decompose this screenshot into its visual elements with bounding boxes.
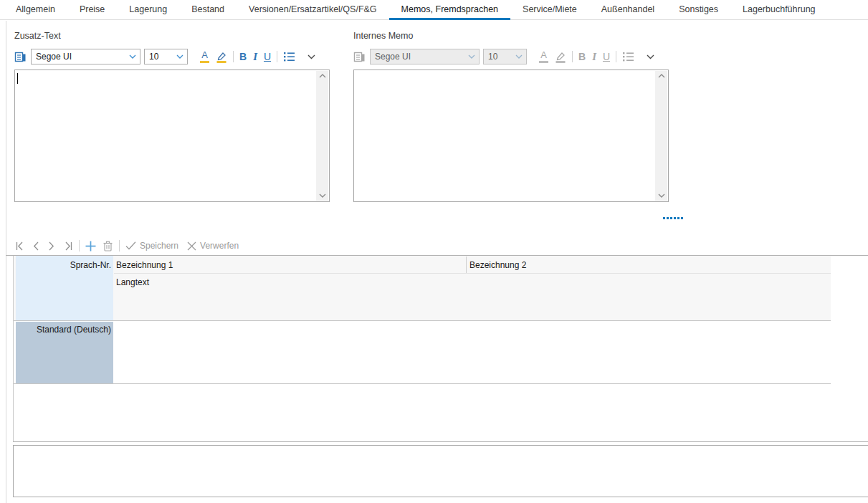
text-caret — [17, 73, 18, 84]
tab-memos-fremdsprachen[interactable]: Memos, Fremdsprachen — [389, 0, 510, 19]
tab-sonstiges[interactable]: Sonstiges — [667, 0, 730, 19]
langtext-edit-box[interactable] — [13, 445, 868, 497]
tab-lagerung[interactable]: Lagerung — [117, 0, 179, 19]
grid-header: Sprach-Nr. Bezeichnung 1 Bezeichnung 2 L… — [14, 256, 831, 320]
chevron-down-icon — [176, 54, 183, 59]
italic-button-disabled: I — [592, 52, 596, 62]
highlight-color-button-disabled — [555, 51, 566, 63]
header-row-divider — [114, 273, 831, 274]
text-snippet-icon[interactable] — [14, 51, 27, 63]
tab-service-miete[interactable]: Service/Miete — [510, 0, 589, 19]
first-record-button[interactable] — [15, 241, 25, 251]
last-record-button[interactable] — [63, 241, 73, 251]
toolbar-separator — [277, 51, 277, 62]
previous-record-button[interactable] — [32, 241, 39, 251]
scroll-up-icon — [658, 74, 665, 78]
toolbar-separator — [616, 51, 616, 62]
toolbar-separator — [572, 51, 573, 62]
record-toolbar: Speichern Verwerfen — [15, 237, 239, 254]
text-snippet-icon — [353, 51, 366, 63]
font-family-value: Segoe UI — [375, 52, 411, 62]
font-color-glyph: A — [540, 50, 547, 60]
table-row[interactable]: Standard (Deutsch) — [14, 322, 831, 383]
next-record-button[interactable] — [48, 241, 55, 251]
tab-versionen-ersatzartikel[interactable]: Versionen/Ersatzartikel/QS/F&G — [237, 0, 389, 19]
zusatz-scrollbar[interactable] — [316, 71, 328, 201]
chevron-down-icon — [468, 54, 475, 59]
highlight-color-button[interactable] — [216, 51, 227, 63]
column-header-langtext[interactable]: Langtext — [116, 277, 149, 287]
underline-button-disabled: U — [603, 52, 610, 62]
column-header-bezeichnung1[interactable]: Bezeichnung 1 — [116, 260, 173, 270]
scroll-down-icon — [319, 193, 326, 198]
tab-lagerbuchfuehrung[interactable]: Lagerbuchführung — [730, 0, 827, 19]
internes-memo-editor: Internes Memo Segoe UI 10 A — [353, 29, 669, 204]
font-size-value: 10 — [488, 52, 497, 62]
font-color-glyph: A — [201, 50, 208, 60]
add-record-button[interactable] — [85, 241, 96, 252]
more-options-chevron-icon[interactable] — [307, 54, 315, 59]
tab-preise[interactable]: Preise — [67, 0, 117, 19]
splitter-dots-handle[interactable] — [663, 217, 683, 219]
tab-allgemein[interactable]: Allgemein — [4, 0, 67, 19]
discard-button[interactable]: Verwerfen — [200, 241, 239, 251]
scroll-up-icon — [319, 74, 326, 78]
chevron-down-icon — [129, 54, 136, 59]
language-grid: Sprach-Nr. Bezeichnung 1 Bezeichnung 2 L… — [13, 256, 868, 441]
more-options-chevron-icon[interactable] — [647, 54, 654, 59]
internes-memo-toolbar: Segoe UI 10 A B I U — [353, 48, 669, 65]
font-family-select[interactable]: Segoe UI — [31, 49, 140, 64]
tab-aussenhandel[interactable]: Außenhandel — [589, 0, 667, 19]
column-header-bezeichnung2[interactable]: Bezeichnung 2 — [469, 260, 526, 270]
bullet-list-button-disabled — [622, 52, 634, 62]
font-color-bar — [539, 61, 548, 63]
save-button[interactable]: Speichern — [140, 241, 178, 251]
delete-record-button[interactable] — [102, 240, 113, 252]
toolbar-separator — [79, 240, 80, 252]
internes-memo-area — [353, 70, 669, 202]
discard-x-icon[interactable] — [187, 241, 196, 251]
internes-memo-label: Internes Memo — [353, 31, 413, 41]
row-bottom-border — [14, 383, 831, 384]
row-header-language[interactable]: Standard (Deutsch) — [16, 322, 113, 383]
bold-button[interactable]: B — [239, 52, 247, 62]
toolbar-separator — [233, 51, 234, 62]
save-check-icon[interactable] — [125, 241, 136, 250]
bold-button-disabled: B — [578, 52, 586, 62]
column-header-sprach-nr[interactable]: Sprach-Nr. — [16, 256, 113, 320]
font-size-value: 10 — [149, 52, 158, 62]
toolbar-separator — [119, 240, 120, 252]
header-bottom-border — [14, 320, 831, 321]
zusatz-text-toolbar: Segoe UI 10 A B I U — [14, 48, 330, 65]
grid-bottom-border — [13, 441, 868, 442]
font-color-button[interactable]: A — [200, 50, 209, 63]
font-size-select-disabled: 10 — [483, 49, 527, 64]
bullet-list-button[interactable] — [283, 52, 295, 62]
column-separator — [466, 257, 467, 273]
tab-bestand[interactable]: Bestand — [179, 0, 237, 19]
font-family-select-disabled: Segoe UI — [370, 49, 480, 64]
font-color-bar — [200, 61, 209, 63]
chevron-down-icon — [515, 54, 523, 59]
font-family-value: Segoe UI — [36, 52, 72, 62]
panel-left-border — [6, 21, 6, 503]
memo-scrollbar[interactable] — [655, 71, 667, 201]
font-size-select[interactable]: 10 — [144, 49, 188, 64]
zusatz-text-editor: Zusatz-Text Segoe UI 10 A — [14, 29, 330, 204]
zusatz-text-label: Zusatz-Text — [14, 31, 61, 41]
underline-button[interactable]: U — [264, 52, 271, 62]
font-color-button-disabled: A — [539, 50, 548, 63]
italic-button[interactable]: I — [253, 52, 257, 62]
zusatz-text-area[interactable] — [14, 70, 330, 202]
scroll-down-icon — [658, 193, 665, 198]
tab-bar: Allgemein Preise Lagerung Bestand Versio… — [0, 0, 868, 20]
